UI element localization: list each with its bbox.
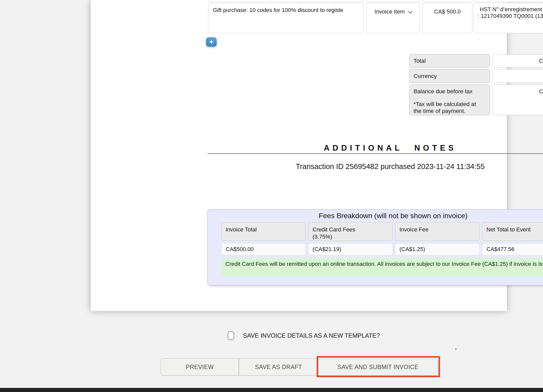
chevron-down-icon [408, 9, 412, 14]
fee-header-credit-card-fees: Credit Card Fees (3.75%) [308, 222, 393, 241]
currency-label: Currency [413, 73, 437, 80]
fee-value-invoice-total: CA$500.00 [221, 243, 306, 255]
additional-notes-heading: ADDITIONAL NOTES [208, 143, 543, 153]
action-button-group: PREVIEW SAVE AS DRAFT SAVE AND SUBMIT IN… [161, 358, 438, 376]
balance-value-cell: CA$ 500.00 [493, 85, 543, 115]
total-label-cell: Total [409, 54, 490, 68]
save-template-checkbox[interactable] [228, 331, 234, 340]
notes-text: Transaction ID 25695482 purchased 2023-1… [296, 162, 485, 171]
balance-label: Balance due before tax [413, 88, 486, 95]
tax-calculation-note: *Tax will be calculated at the time of p… [413, 101, 484, 114]
save-and-submit-button[interactable]: SAVE AND SUBMIT INVOICE [318, 358, 438, 376]
line-item-amount-text: CA$ 500.0 [434, 8, 461, 15]
plus-icon: + [209, 38, 214, 46]
total-label: Total [413, 58, 426, 64]
line-item-amount-input[interactable]: CA$ 500.0 [422, 3, 472, 33]
notes-textarea[interactable]: Transaction ID 25695482 purchased 2023-1… [208, 161, 543, 178]
prev-row-description-field[interactable] [208, 0, 364, 2]
preview-button[interactable]: PREVIEW [161, 358, 239, 376]
balance-label-cell: Balance due before tax *Tax will be calc… [409, 85, 490, 115]
currency-label-cell: Currency [409, 69, 490, 83]
fee-value-net-total: CA$477.56 [482, 243, 543, 255]
notes-divider [208, 153, 543, 154]
prev-row-tax-field[interactable] [474, 0, 543, 2]
prev-row-type-field[interactable] [366, 0, 420, 2]
currency-value-cell: CAD [493, 69, 543, 83]
fees-breakdown-title: Fees Breakdown (will not be shown on inv… [207, 212, 543, 220]
fee-value-text: CA$477.56 [486, 246, 514, 253]
line-item-description-text: Gift purchase: 10 codes for 100% discoun… [213, 7, 343, 13]
save-template-label: SAVE INVOICE DETAILS AS A NEW TEMPLATE? [243, 331, 380, 340]
fee-value-invoice-fee: (CA$1.25) [395, 243, 480, 255]
artifact-dot [456, 349, 456, 350]
fee-header-net-total: Net Total to Event [482, 222, 543, 241]
footer-bar [0, 388, 543, 392]
total-value-cell: CA$ 500.00 [493, 54, 543, 68]
prev-row-amount-field[interactable] [422, 0, 472, 2]
invoice-editor-page: Gift purchase: 10 codes for 100% discoun… [0, 0, 543, 392]
add-line-item-button[interactable]: + [206, 37, 217, 47]
line-item-type-select[interactable]: Invoice Item [366, 3, 420, 33]
fee-value-text: CA$500.00 [226, 246, 254, 253]
fees-note: Credit Card Fees will be remitted upon a… [221, 258, 543, 277]
line-item-tax-field: HST N° d’enregistrement de la TVQ : 1217… [474, 3, 543, 33]
fee-header-invoice-fee: Invoice Fee [395, 222, 480, 241]
balance-value: CA$ 500.00 [539, 88, 543, 95]
fee-value-text: (CA$1.25) [399, 246, 425, 253]
fee-header-invoice-total: Invoice Total [221, 222, 306, 241]
total-value: CA$ 500.00 [539, 58, 543, 64]
fee-value-text: (CA$21.19) [313, 246, 341, 253]
line-item-type-label: Invoice Item [374, 8, 405, 15]
invoice-card: Gift purchase: 10 codes for 100% discoun… [91, 0, 507, 311]
line-item-description-textarea[interactable]: Gift purchase: 10 codes for 100% discoun… [208, 3, 364, 33]
save-as-draft-button[interactable]: SAVE AS DRAFT [239, 358, 318, 376]
tax-registration-label: HST N° d’enregistrement de la TVQ : 1217… [478, 6, 543, 19]
fee-value-credit-card-fees: (CA$21.19) [308, 243, 393, 255]
